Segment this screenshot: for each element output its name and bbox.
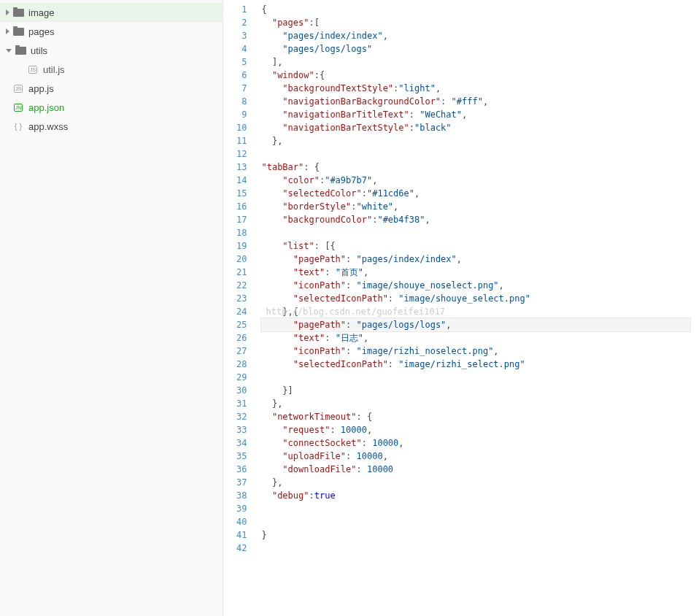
code-line[interactable]: "downloadFile": 10000 — [261, 463, 690, 476]
code-line[interactable]: "iconPath": "image/shouye_noselect.png", — [261, 279, 690, 292]
line-number: 28 — [236, 358, 247, 371]
tree-label: pages — [28, 26, 54, 37]
code-line[interactable]: "tabBar": { — [261, 161, 690, 174]
code-line[interactable]: "selectedIconPath": "image/shouye_select… — [261, 292, 690, 305]
line-number: 27 — [236, 344, 247, 358]
chevron-right-icon — [6, 28, 9, 34]
line-number: 11 — [236, 134, 247, 147]
wxss-file-icon: { } — [12, 121, 24, 131]
code-line[interactable]: "color":"#a9b7b7", — [261, 174, 690, 187]
code-content[interactable]: { "pages":[ "pages/index/index", "pages/… — [255, 0, 696, 616]
line-number: 12 — [236, 147, 247, 161]
line-number: 9 — [236, 108, 247, 121]
tree-label: app.json — [28, 102, 64, 113]
tree-file-appjson[interactable]: JN app.json — [0, 98, 223, 117]
code-line[interactable] — [261, 371, 690, 384]
line-number: 26 — [236, 331, 247, 344]
line-number: 10 — [236, 121, 247, 134]
tree-label: image — [28, 7, 54, 18]
line-number-gutter: 1234567891011121314151617181920212223242… — [223, 0, 255, 616]
line-number: 17 — [236, 213, 247, 226]
code-line[interactable] — [261, 147, 690, 161]
json-file-icon: JN — [12, 102, 24, 112]
chevron-right-icon — [6, 9, 9, 15]
js-file-icon: JS — [27, 64, 39, 74]
code-line[interactable] — [261, 515, 690, 528]
tree-folder-utils[interactable]: utils — [0, 41, 223, 60]
tree-file-utiljs[interactable]: JS util.js — [0, 60, 223, 79]
code-line[interactable]: }] — [261, 384, 690, 397]
line-number: 23 — [236, 292, 247, 305]
code-line[interactable]: "networkTimeout": { — [261, 410, 690, 423]
code-line[interactable]: "uploadFile": 10000, — [261, 450, 690, 463]
code-line[interactable]: { — [261, 3, 690, 16]
folder-icon — [15, 45, 26, 55]
line-number: 1 — [236, 3, 247, 16]
line-number: 37 — [236, 476, 247, 489]
code-line[interactable]: http://blog.csdn.net/guofeifei1017 },{ — [261, 305, 690, 318]
code-line[interactable]: "iconPath": "image/rizhi_noselect.png", — [261, 344, 690, 358]
tree-folder-pages[interactable]: pages — [0, 22, 223, 41]
line-number: 13 — [236, 161, 247, 174]
line-number: 29 — [236, 371, 247, 384]
line-number: 41 — [236, 528, 247, 542]
tree-label: app.wxss — [28, 121, 68, 132]
code-line[interactable]: "debug":true — [261, 489, 690, 502]
line-number: 33 — [236, 423, 247, 436]
code-line[interactable]: }, — [261, 397, 690, 410]
code-line[interactable] — [261, 226, 690, 239]
line-number: 19 — [236, 239, 247, 253]
code-line[interactable] — [261, 502, 690, 515]
line-number: 42 — [236, 542, 247, 555]
tree-file-appjs[interactable]: JS app.js — [0, 79, 223, 98]
line-number: 8 — [236, 95, 247, 108]
code-line[interactable]: "navigationBarTitleText": "WeChat", — [261, 108, 690, 121]
code-line[interactable]: "backgroundColor":"#eb4f38", — [261, 213, 690, 226]
line-number: 25 — [236, 318, 247, 331]
line-number: 21 — [236, 266, 247, 279]
js-file-icon: JS — [12, 83, 24, 93]
line-number: 32 — [236, 410, 247, 423]
code-line[interactable]: }, — [261, 476, 690, 489]
code-line[interactable]: "list": [{ — [261, 239, 690, 253]
code-line[interactable]: ], — [261, 55, 690, 69]
line-number: 3 — [236, 29, 247, 42]
file-tree-sidebar: image pages utils JS util.js JS app.js J… — [0, 0, 223, 616]
code-line[interactable]: "pagePath": "pages/logs/logs", — [261, 318, 690, 331]
code-line[interactable]: "selectedIconPath": "image/rizhi_select.… — [261, 358, 690, 371]
tree-label: utils — [31, 45, 47, 56]
tree-file-appwxss[interactable]: { } app.wxss — [0, 117, 223, 136]
code-line[interactable]: "connectSocket": 10000, — [261, 436, 690, 450]
tree-label: app.js — [28, 83, 54, 94]
code-line[interactable]: "selectedColor":"#11cd6e", — [261, 187, 690, 200]
code-line[interactable]: "text": "日志", — [261, 331, 690, 344]
code-line[interactable]: "window":{ — [261, 69, 690, 82]
code-line[interactable]: "pages":[ — [261, 16, 690, 29]
code-line[interactable]: "navigationBarTextStyle":"black" — [261, 121, 690, 134]
code-line[interactable]: "text": "首页", — [261, 266, 690, 279]
code-line[interactable]: "pages/index/index", — [261, 29, 690, 42]
line-number: 7 — [236, 82, 247, 95]
code-line[interactable]: }, — [261, 134, 690, 147]
line-number: 34 — [236, 436, 247, 450]
spacer — [20, 66, 24, 72]
code-line[interactable]: "request": 10000, — [261, 423, 690, 436]
code-line[interactable]: "pages/logs/logs" — [261, 42, 690, 55]
tree-folder-image[interactable]: image — [0, 3, 223, 22]
code-line[interactable]: "borderStyle":"white", — [261, 200, 690, 213]
line-number: 6 — [236, 69, 247, 82]
line-number: 24 — [236, 305, 247, 318]
code-line[interactable]: "backgroundTextStyle":"light", — [261, 82, 690, 95]
spacer — [6, 123, 9, 129]
line-number: 14 — [236, 174, 247, 187]
line-number: 16 — [236, 200, 247, 213]
chevron-down-icon — [6, 49, 12, 53]
code-line[interactable]: } — [261, 528, 690, 542]
code-editor[interactable]: 1234567891011121314151617181920212223242… — [223, 0, 696, 616]
code-line[interactable] — [261, 542, 690, 555]
code-line[interactable]: "navigationBarBackgroundColor": "#fff", — [261, 95, 690, 108]
line-number: 18 — [236, 226, 247, 239]
spacer — [6, 104, 9, 110]
line-number: 22 — [236, 279, 247, 292]
code-line[interactable]: "pagePath": "pages/index/index", — [261, 253, 690, 266]
